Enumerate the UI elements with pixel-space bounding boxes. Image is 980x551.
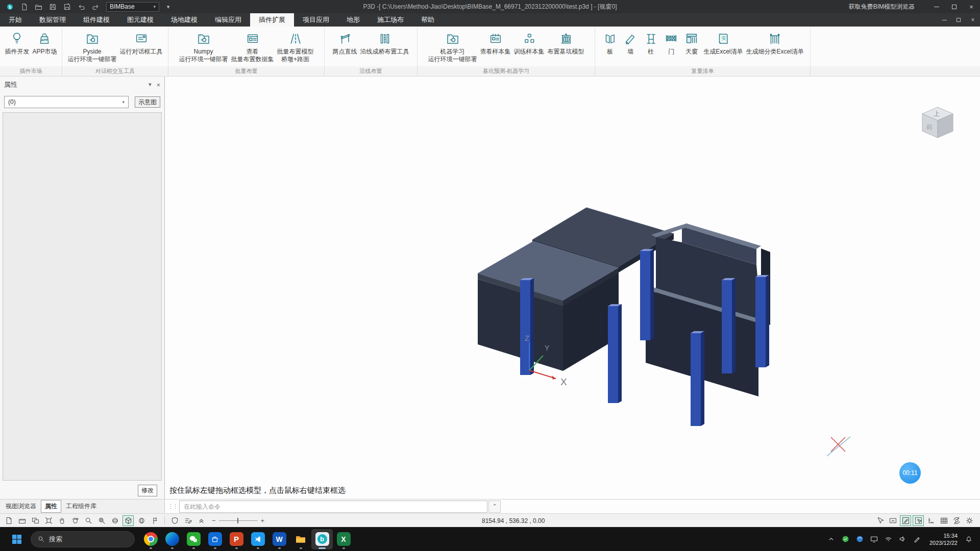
box-ruler-icon[interactable] (16, 515, 28, 526)
minimize-button[interactable] (928, 0, 945, 13)
taskbar-app-edge[interactable] (161, 529, 183, 549)
ribbon-item-天窗[interactable]: 天窗 (681, 29, 702, 56)
new-file-icon[interactable] (18, 2, 30, 12)
pan-hand-icon[interactable] (56, 515, 67, 526)
3d-viewport[interactable]: Z Y X 上 前 00:11 按住鼠标左键拖动框选模型，点击鼠标右键结束框选 (165, 77, 980, 499)
panel-close-icon[interactable]: × (156, 81, 160, 89)
sphere-icon[interactable] (136, 515, 147, 526)
menu-tab-施工场布[interactable]: 施工场布 (369, 13, 412, 27)
zoom-slider-handle[interactable] (237, 518, 238, 523)
tray-volume-icon[interactable] (897, 533, 909, 545)
panel-tab-工程组件库[interactable]: 工程组件库 (62, 500, 100, 512)
ribbon-item-门[interactable]: 门 (661, 29, 681, 56)
command-collapse-button[interactable]: ⌃ (488, 500, 501, 513)
taskbar-app-bimbase[interactable]: b (311, 529, 333, 549)
ribbon-item-训练样本集[interactable]: 训练样本集 (512, 29, 546, 56)
doc-close-button[interactable]: × (966, 13, 980, 27)
taskbar-app-word[interactable]: W (268, 529, 290, 549)
ribbon-item-查看[interactable]: 查看批量布置数据集 (230, 29, 276, 63)
menu-tab-数据管理[interactable]: 数据管理 (31, 13, 75, 27)
start-button[interactable] (8, 531, 26, 548)
ribbon-item-批量布置模型[interactable]: 批量布置模型桥墩+路面 (276, 29, 315, 63)
pencil-box-icon[interactable] (900, 515, 911, 526)
orbit-icon[interactable] (69, 515, 81, 526)
menu-tab-编辑应用[interactable]: 编辑应用 (206, 13, 250, 27)
panel-tab-视图浏览器[interactable]: 视图浏览器 (2, 500, 40, 512)
zoom-out-icon[interactable]: − (212, 517, 216, 524)
menu-tab-场地建模[interactable]: 场地建模 (162, 13, 206, 27)
view-cube[interactable]: 上 前 (914, 101, 961, 148)
gear-icon[interactable] (964, 515, 975, 526)
property-object-select[interactable]: (0) ▾ (4, 96, 129, 108)
ribbon-item-沿线成桥布置工具[interactable]: 沿线成桥布置工具 (359, 29, 411, 56)
ribbon-item-墙[interactable]: 墙 (620, 29, 641, 56)
restore-button[interactable] (945, 0, 963, 13)
ribbon-item-Numpy[interactable]: Numpy运行环境一键部署 (178, 29, 230, 63)
window-caret-icon[interactable] (887, 515, 898, 526)
tray-security-green-icon[interactable] (840, 533, 852, 545)
tray-wifi-icon[interactable] (883, 533, 895, 545)
menu-tab-地形[interactable]: 地形 (338, 13, 369, 27)
gear-sync-icon[interactable] (951, 515, 962, 526)
fit-view-icon[interactable] (43, 515, 54, 526)
ribbon-item-APP市场[interactable]: APPAPP市场 (31, 29, 58, 56)
zoom-icon[interactable] (83, 515, 94, 526)
ribbon-item-柱[interactable]: 柱 (641, 29, 661, 56)
ribbon-item-两点直线[interactable]: 两点直线 (331, 29, 359, 56)
open-folder-icon[interactable] (33, 2, 44, 12)
taskbar-app-chrome[interactable] (140, 529, 161, 549)
menu-tab-插件扩展[interactable]: 插件扩展 (250, 13, 294, 27)
taskbar-app-powerpoint[interactable]: P (226, 529, 247, 549)
panel-tab-属性[interactable]: 属性 (41, 500, 61, 513)
tray-pen-icon[interactable] (911, 533, 923, 545)
taskbar-app-excel[interactable]: X (333, 529, 354, 549)
tray-display-icon[interactable] (868, 533, 880, 545)
ribbon-item-Pyside[interactable]: Pyside运行环境一键部署 (66, 29, 118, 63)
pointer-filter-icon[interactable] (874, 515, 886, 526)
ribbon-item-插件开发[interactable]: 插件开发 (3, 29, 31, 56)
product-selector-dropdown[interactable]: BIMBase ▾ (106, 2, 159, 12)
new-doc-icon[interactable] (3, 515, 14, 526)
ribbon-item-查看样本集[interactable]: 查看样本集 (479, 29, 512, 56)
grid-table-icon[interactable] (938, 515, 949, 526)
ribbon-item-运行对话框工具[interactable]: 运行对话框工具 (118, 29, 164, 56)
menu-tab-开始[interactable]: 开始 (0, 13, 31, 27)
menu-tab-图元建模[interactable]: 图元建模 (118, 13, 162, 27)
customize-toolbar-icon[interactable]: ▾ (162, 2, 174, 12)
promo-link[interactable]: 获取免费BIM模型浏览器 (849, 3, 915, 11)
taskbar-app-wechat[interactable] (183, 529, 204, 549)
menu-tab-帮助[interactable]: 帮助 (412, 13, 443, 27)
ribbon-item-布置基坑模型[interactable]: 布置基坑模型 (546, 29, 586, 56)
ribbon-item-生成细分类Excel清单[interactable]: 生成细分类Excel清单 (745, 29, 805, 56)
panel-dropdown-icon[interactable]: ▾ (149, 81, 152, 89)
osnap-shield-icon[interactable] (169, 515, 180, 526)
modify-button[interactable]: 修改 (138, 485, 157, 496)
save-as-icon[interactable] (61, 2, 72, 12)
taskbar-clock[interactable]: 15:34 2023/12/22 (929, 532, 958, 546)
notification-bell-icon[interactable] (963, 533, 975, 545)
ribbon-item-机器学习[interactable]: 机器学习运行环境一键部署 (427, 29, 479, 63)
orbit-ball-icon[interactable] (109, 515, 120, 526)
shaded-cube-icon[interactable] (122, 515, 134, 526)
collapse-icon[interactable] (195, 515, 207, 526)
redo-icon[interactable] (90, 2, 101, 12)
doc-minimize-button[interactable] (937, 13, 951, 27)
zoom-slider-track[interactable] (219, 520, 258, 521)
undo-icon[interactable] (76, 2, 87, 12)
two-windows-icon[interactable] (30, 515, 41, 526)
close-button[interactable]: × (963, 0, 980, 13)
walk-flag-icon[interactable] (149, 515, 160, 526)
taskbar-search[interactable]: 搜索 (31, 531, 135, 547)
taskbar-app-vscode[interactable] (247, 529, 268, 549)
doc-restore-button[interactable] (951, 13, 966, 27)
ribbon-item-板[interactable]: 板 (600, 29, 620, 56)
ribbon-item-生成Excel清单[interactable]: 安生成Excel清单 (702, 29, 744, 56)
zoom-in-icon[interactable]: + (261, 517, 265, 524)
angle-ruler-icon[interactable] (925, 515, 937, 526)
zoom-slider[interactable]: − + (212, 517, 264, 524)
menu-tab-组件建模[interactable]: 组件建模 (75, 13, 118, 27)
taskbar-app-files[interactable] (290, 529, 311, 549)
schematic-button[interactable]: 示意图 (135, 96, 160, 108)
edit-list-icon[interactable] (182, 515, 193, 526)
pick-box-icon[interactable] (913, 515, 924, 526)
